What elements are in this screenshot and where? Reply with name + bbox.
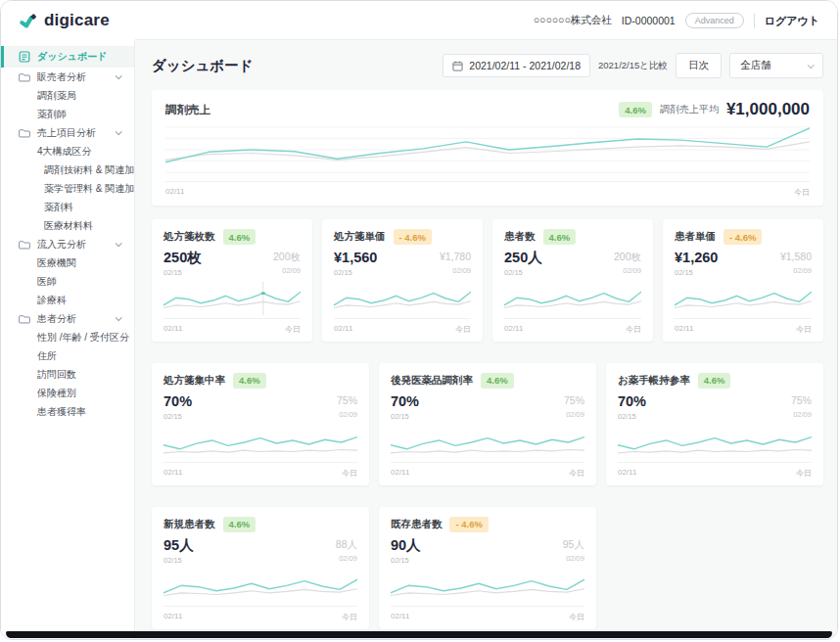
sidebar-item-label: 調剤技術料 & 関連加算 bbox=[44, 163, 135, 177]
sidebar-item-label: 流入元分析 bbox=[37, 238, 86, 252]
x-axis-start-label: 02/11 bbox=[163, 468, 182, 479]
main-chart-title: 調剤売上 bbox=[165, 103, 210, 117]
logo-text: digicare bbox=[44, 11, 110, 30]
sidebar-item[interactable]: 調剤技術料 & 関連加算 bbox=[1, 160, 134, 179]
kpi-card: 既存患者数- 4.6%90人02/1595人02/0902/11今日 bbox=[379, 507, 596, 629]
kpi-title: 処方箋枚数 bbox=[163, 230, 215, 244]
kpi-compare-date: 02/09 bbox=[564, 410, 584, 419]
x-axis-end-label: 今日 bbox=[796, 468, 812, 479]
sidebar-item[interactable]: 住所 bbox=[1, 346, 134, 365]
user-id: ID-0000001 bbox=[622, 15, 676, 26]
date-range-picker[interactable]: 2021/02/11 - 2021/02/18 bbox=[443, 54, 590, 77]
chevron-down-icon bbox=[116, 240, 122, 247]
calendar-icon bbox=[452, 61, 463, 71]
change-badge: 4.6% bbox=[481, 373, 514, 389]
sparkline-chart bbox=[163, 426, 357, 459]
sidebar-item[interactable]: 性別 /年齢 / 受付区分 bbox=[1, 328, 134, 346]
kpi-value: 250人 bbox=[504, 251, 542, 266]
store-filter-select[interactable]: 全店舗 bbox=[729, 53, 823, 78]
toolbar-controls: 2021/02/11 - 2021/02/18 2021/2/15と比較 日次 … bbox=[443, 53, 823, 78]
change-badge: 4.6% bbox=[233, 373, 266, 389]
sidebar-item[interactable]: 訪問回数 bbox=[1, 365, 134, 384]
kpi-compare-date: 02/09 bbox=[440, 266, 471, 275]
logout-button[interactable]: ログアウト bbox=[765, 14, 819, 28]
x-axis-end-label: 今日 bbox=[626, 324, 641, 335]
x-axis-end-label: 今日 bbox=[569, 612, 584, 622]
sidebar-item-dashboard[interactable]: ダッシュボード bbox=[1, 46, 134, 68]
company-name: ○○○○○○株式会社 bbox=[534, 14, 612, 27]
top-header: digicare ○○○○○○株式会社 ID-0000001 Advanced … bbox=[1, 1, 837, 40]
kpi-compare-date: 02/09 bbox=[614, 266, 641, 275]
sidebar-item-label: 住所 bbox=[37, 349, 57, 363]
kpi-value: ¥1,560 bbox=[334, 251, 377, 266]
kpi-value: 95人 bbox=[163, 538, 194, 554]
folder-icon bbox=[19, 239, 30, 251]
sidebar-item[interactable]: 薬剤師 bbox=[1, 105, 134, 123]
document-icon bbox=[19, 51, 30, 63]
kpi-value-date: 02/15 bbox=[163, 556, 194, 565]
main-content: ダッシュボード 2021/02/11 - 2021/02/18 2021/2/1… bbox=[135, 40, 837, 640]
sidebar-item-label: 医師 bbox=[37, 275, 57, 289]
x-axis-start-label: 02/11 bbox=[675, 324, 693, 335]
chevron-down-icon bbox=[116, 314, 122, 321]
app-window: digicare ○○○○○○株式会社 ID-0000001 Advanced … bbox=[0, 0, 838, 640]
kpi-card: 処方箋枚数4.6%250枚02/15200枚02/0902/11今日 bbox=[152, 219, 312, 342]
kpi-value: 250枚 bbox=[163, 251, 202, 266]
sidebar-item[interactable]: 販売者分析 bbox=[1, 68, 134, 86]
change-badge: 4.6% bbox=[698, 373, 731, 389]
sidebar-item[interactable]: 患者獲得率 bbox=[1, 402, 134, 421]
granularity-button[interactable]: 日次 bbox=[676, 53, 722, 78]
sidebar-item[interactable]: 薬剤料 bbox=[1, 198, 134, 216]
change-badge: 4.6% bbox=[619, 102, 652, 117]
average-label: 調剤売上平均 bbox=[660, 103, 719, 116]
plan-badge: Advanced bbox=[685, 13, 744, 28]
kpi-title: 患者単価 bbox=[675, 230, 716, 244]
sidebar-item-label: 薬学管理料 & 関連加算 bbox=[44, 182, 135, 196]
sales-trend-chart bbox=[165, 121, 810, 178]
change-badge: - 4.6% bbox=[394, 229, 432, 245]
kpi-value-date: 02/15 bbox=[391, 556, 421, 565]
sidebar-item[interactable]: 流入元分析 bbox=[1, 235, 134, 253]
toolbar: ダッシュボード 2021/02/11 - 2021/02/18 2021/2/1… bbox=[152, 53, 823, 78]
sidebar-item-label: 患者分析 bbox=[37, 312, 76, 326]
sidebar-item-label: 薬剤料 bbox=[44, 201, 73, 214]
kpi-compare-date: 02/09 bbox=[563, 554, 584, 563]
sidebar-item[interactable]: 薬学管理料 & 関連加算 bbox=[1, 179, 134, 198]
sidebar-item[interactable]: 診療科 bbox=[1, 291, 134, 309]
kpi-title: 後発医薬品調剤率 bbox=[391, 374, 473, 388]
sparkline-chart bbox=[504, 282, 641, 315]
sidebar-item-label: 患者獲得率 bbox=[37, 405, 86, 419]
sparkline-chart bbox=[163, 282, 301, 315]
sidebar-item-label: 訪問回数 bbox=[37, 368, 76, 382]
kpi-compare-value: 200枚 bbox=[273, 251, 301, 264]
change-badge: - 4.6% bbox=[723, 229, 762, 245]
chevron-down-icon bbox=[116, 128, 122, 135]
sparkline-chart bbox=[391, 570, 584, 603]
page-title: ダッシュボード bbox=[152, 57, 254, 75]
change-badge: 4.6% bbox=[223, 229, 257, 245]
sidebar-item[interactable]: 保険種別 bbox=[1, 384, 134, 402]
sidebar-item[interactable]: 医療材料料 bbox=[1, 216, 134, 235]
kpi-value-date: 02/15 bbox=[163, 412, 192, 421]
folder-icon bbox=[19, 313, 30, 325]
logo: digicare bbox=[19, 11, 110, 30]
kpi-compare-value: ¥1,780 bbox=[440, 251, 471, 264]
sidebar-item[interactable]: 患者分析 bbox=[1, 309, 134, 328]
sidebar-item-label: 保険種別 bbox=[37, 387, 76, 400]
sparkline-chart bbox=[675, 282, 812, 315]
kpi-compare-value: 75% bbox=[337, 394, 357, 408]
sidebar-item[interactable]: 医師 bbox=[1, 272, 134, 291]
x-axis-end-label: 今日 bbox=[342, 468, 357, 479]
date-range-value: 2021/02/11 - 2021/02/18 bbox=[469, 60, 581, 71]
sidebar-item[interactable]: 売上項目分析 bbox=[1, 123, 134, 142]
kpi-compare-date: 02/09 bbox=[780, 266, 812, 275]
x-axis-start-label: 02/11 bbox=[391, 612, 409, 622]
sidebar-item[interactable]: 医療機関 bbox=[1, 253, 134, 272]
sidebar-item-label: 診療科 bbox=[37, 294, 67, 307]
sidebar-item-label: 調剤薬局 bbox=[37, 89, 76, 103]
x-axis-start-label: 02/11 bbox=[391, 468, 409, 479]
sidebar-item[interactable]: 調剤薬局 bbox=[1, 86, 134, 105]
sidebar-item[interactable]: 4大構成区分 bbox=[1, 142, 134, 160]
kpi-card: 新規患者数4.6%95人02/1588人02/0902/11今日 bbox=[152, 507, 369, 629]
kpi-compare-value: 88人 bbox=[336, 538, 357, 552]
